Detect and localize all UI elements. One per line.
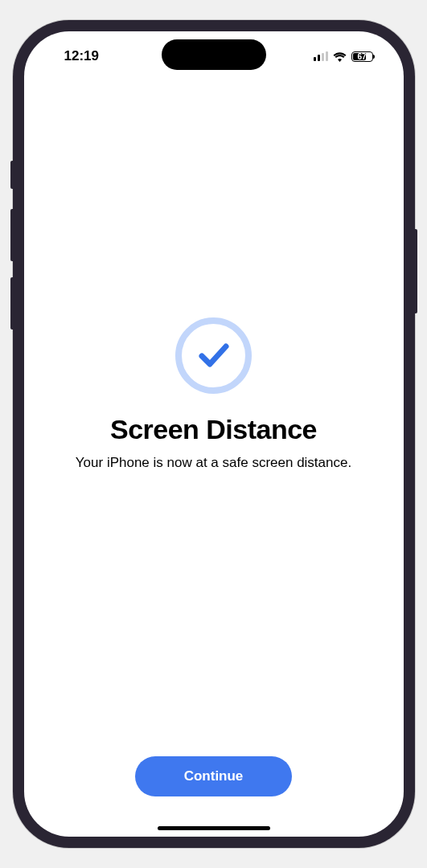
checkmark-icon [194, 335, 234, 375]
phone-frame: 12:19 67 [13, 20, 415, 848]
volume-up-button [10, 209, 13, 261]
checkmark-circle-icon [175, 317, 252, 394]
status-bar: 12:19 67 [24, 31, 404, 72]
silent-switch [10, 161, 13, 189]
power-button [415, 229, 417, 313]
page-title: Screen Distance [110, 414, 317, 445]
button-container: Continue [24, 756, 404, 837]
screen: 12:19 67 [24, 31, 404, 837]
dynamic-island [162, 39, 266, 70]
status-icons: 67 [314, 51, 373, 62]
battery-level: 67 [357, 52, 366, 61]
battery-indicator: 67 [351, 51, 373, 62]
main-content: Screen Distance Your iPhone is now at a … [24, 31, 404, 756]
continue-button[interactable]: Continue [135, 756, 292, 796]
volume-down-button [10, 277, 13, 330]
status-time: 12:19 [64, 48, 99, 64]
wifi-icon [333, 51, 347, 62]
home-indicator[interactable] [158, 826, 270, 830]
cellular-signal-icon [314, 51, 328, 61]
page-subtitle: Your iPhone is now at a safe screen dist… [76, 455, 351, 471]
